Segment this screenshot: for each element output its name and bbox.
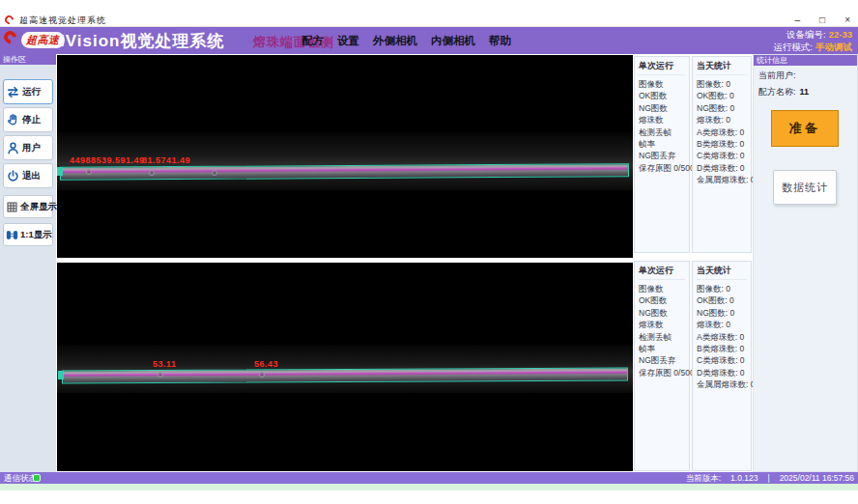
stat-row: B类熔珠数: 0 [697, 138, 747, 150]
stats1-day-title: 当天统计 [697, 60, 747, 75]
stat-row: 帧率 [639, 343, 685, 354]
run-mode-value: 手动调试 [815, 42, 852, 52]
current-user-label: 当前用户: [758, 70, 796, 80]
stat-row: 图像数 [639, 283, 685, 294]
prepare-button[interactable]: 准备 [771, 110, 839, 147]
stat-row: 图像数: 0 [697, 78, 747, 90]
comm-status-indicator [33, 474, 41, 482]
camera1-defect-dot [149, 170, 155, 176]
stat-row: NG图数 [639, 307, 685, 319]
os-titlebar: 超高速视觉处理系统 – □ × [0, 13, 858, 27]
stat-row: 保存原图 0/500 [639, 367, 685, 378]
stats2-day-panel: 当天统计 图像数: 0 OK图数: 0 NG图数: 0 熔珠数: 0 A类熔珠数… [692, 261, 752, 471]
menu-help[interactable]: 帮助 [489, 34, 511, 48]
stat-row: NG图数: 0 [697, 102, 747, 114]
recipe-name-label: 配方名称: [758, 87, 796, 97]
user-button[interactable]: 用户 [3, 135, 53, 160]
stat-row: A类熔珠数: 0 [697, 126, 747, 138]
recipe-name-value: 11 [800, 87, 810, 97]
stat-row: NG图数 [639, 102, 685, 114]
stat-row: NG图数: 0 [697, 307, 747, 319]
close-button[interactable]: × [844, 13, 850, 27]
operation-panel-title: 操作区 [0, 54, 56, 65]
stat-row: 检测丢帧 [639, 331, 685, 343]
stat-row: 图像数 [639, 78, 685, 90]
stat-row: OK图数 [639, 90, 685, 101]
window-title: 超高速视觉处理系统 [19, 14, 106, 27]
stats2-run-panel: 单次运行 图像数 OK图数 NG图数 熔珠数 检测丢帧 帧率 NG图丢弃 保存原… [634, 261, 690, 471]
camera1-measurement-2: 31.5741.49 [142, 155, 190, 165]
stat-row: A类熔珠数: 0 [697, 331, 747, 343]
one-to-one-icon [6, 229, 18, 241]
power-icon [6, 169, 20, 183]
stop-hand-icon [6, 113, 20, 127]
stat-row: D类熔珠数: 0 [697, 162, 747, 174]
stat-row: OK图数: 0 [697, 294, 747, 306]
stop-button[interactable]: 停止 [3, 107, 53, 132]
fullscreen-grid-icon [6, 201, 18, 213]
camera-view-outer: 44988539.591.49 31.5741.49 [57, 55, 633, 258]
header-info: 设备编号:22-33 运行模式:手动调试 [773, 28, 852, 53]
menu-inner-camera[interactable]: 内侧相机 [431, 34, 475, 48]
app-header: 超高速 IVision视觉处理系统 熔珠端面检测 配方 设置 外侧相机 内侧相机… [0, 27, 858, 54]
taskbar-strip [0, 484, 858, 490]
stat-row: 熔珠数: 0 [697, 319, 747, 330]
device-number-label: 设备编号: [786, 29, 826, 40]
menu-settings[interactable]: 设置 [337, 34, 359, 48]
app-logo-icon [3, 14, 15, 26]
stats1-run-panel: 单次运行 图像数 OK图数 NG图数 熔珠数 检测丢帧 帧率 NG图丢弃 保存原… [634, 56, 690, 253]
device-number-value: 22-33 [829, 29, 852, 40]
stat-row: 熔珠数: 0 [697, 114, 747, 126]
user-icon [6, 141, 20, 155]
menu-recipe[interactable]: 配方 [301, 34, 324, 48]
data-statistics-button[interactable]: 数据统计 [773, 170, 837, 205]
stat-row: 检测丢帧 [639, 126, 685, 138]
run-button[interactable]: 运行 [3, 79, 53, 104]
brand-logo-text: 超高速 [26, 33, 60, 47]
fullscreen-button[interactable]: 全屏显示 [3, 195, 53, 218]
brand-logo: 超高速 [21, 32, 65, 48]
stat-row: B类熔珠数: 0 [697, 343, 747, 354]
run-mode-label: 运行模式: [773, 42, 813, 52]
one-to-one-button[interactable]: 1:1显示 [3, 223, 53, 246]
camera1-defect-dot [212, 170, 217, 176]
stat-row: NG图丢弃 [639, 150, 685, 161]
stop-button-label: 停止 [22, 114, 41, 126]
stat-row: 金属屑熔珠数: 0 [697, 174, 747, 185]
camera2-defect-dot [157, 372, 163, 378]
stat-row: C类熔珠数: 0 [697, 354, 747, 366]
stats2-run-title: 单次运行 [639, 265, 685, 280]
stat-row: C类熔珠数: 0 [697, 150, 747, 161]
camera-view-inner: 53.11 56.43 [57, 263, 633, 471]
one-to-one-button-label: 1:1显示 [20, 229, 52, 241]
fullscreen-button-label: 全屏显示 [20, 201, 57, 213]
stats1-day-panel: 当天统计 图像数: 0 OK图数: 0 NG图数: 0 熔珠数: 0 A类熔珠数… [692, 56, 752, 253]
stat-row: D类熔珠数: 0 [697, 367, 747, 378]
stat-row: NG图丢弃 [639, 354, 685, 366]
stats1-run-title: 单次运行 [639, 60, 685, 75]
stat-row: 帧率 [639, 138, 685, 150]
stat-row: 图像数: 0 [697, 283, 747, 294]
camera1-measurement-1: 44988539.591.49 [70, 155, 145, 165]
minimize-button[interactable]: – [795, 13, 801, 27]
exit-button-label: 退出 [22, 170, 41, 182]
stat-row: OK图数: 0 [697, 90, 747, 101]
stat-row: 金属屑熔珠数: 0 [697, 378, 747, 390]
user-button-label: 用户 [22, 142, 41, 154]
run-button-label: 运行 [22, 86, 41, 98]
camera1-defect-dot [86, 169, 92, 175]
maximize-button[interactable]: □ [819, 13, 825, 27]
stat-row: OK图数 [639, 294, 685, 306]
run-loop-icon [6, 85, 20, 99]
camera2-measurement-2: 56.43 [254, 359, 278, 369]
stat-row: 保存原图 0/500 [639, 162, 685, 174]
statistics-info-title: 统计信息 [754, 55, 857, 66]
statistics-info-panel: 统计信息 当前用户: 配方名称:11 准备 数据统计 [753, 54, 858, 472]
operation-sidebar: 操作区 运行 停止 用户 退出 全屏显示 [0, 54, 56, 472]
camera2-edge-marker [58, 371, 64, 379]
menu-outer-camera[interactable]: 外侧相机 [373, 34, 417, 48]
exit-button[interactable]: 退出 [3, 163, 53, 188]
camera1-edge-marker [57, 167, 63, 176]
brand-flame-icon [1, 28, 18, 45]
stat-row: 熔珠数 [639, 114, 685, 126]
